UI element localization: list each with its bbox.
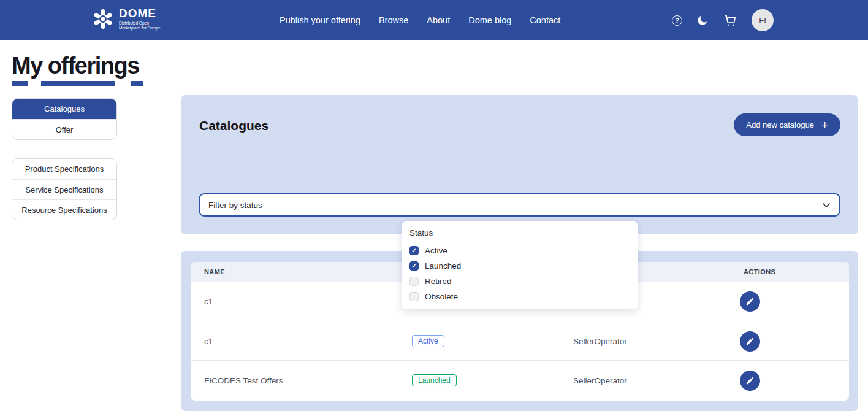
checkbox-active[interactable] — [409, 246, 419, 255]
dark-mode-moon-icon[interactable] — [696, 14, 709, 26]
brand-name: DOME — [119, 7, 161, 19]
catalogue-role: SellerOperator — [573, 321, 627, 361]
filter-status-select[interactable]: Filter by status — [199, 193, 840, 217]
column-header-actions: ACTIONS — [744, 262, 775, 282]
nav-dome-blog[interactable]: Dome blog — [468, 15, 511, 25]
plus-icon: + — [821, 119, 828, 131]
sidebar-item-offer[interactable]: Offer — [12, 119, 116, 139]
dome-logo[interactable]: DOME Distributed Open Marketplace for Eu… — [92, 7, 161, 31]
edit-catalogue-button[interactable] — [740, 291, 760, 312]
table-row: c1 Active SellerOperator — [191, 321, 849, 360]
option-obsolete[interactable]: Obsolete — [409, 289, 630, 304]
dome-star-icon — [92, 8, 114, 30]
checkbox-retired[interactable] — [409, 277, 419, 286]
pencil-icon — [745, 297, 755, 306]
nav-publish-your-offering[interactable]: Publish your offering — [280, 15, 360, 25]
sidebar-item-product-specifications[interactable]: Product Specifications — [12, 159, 116, 179]
checkbox-launched[interactable] — [409, 261, 419, 271]
option-launched[interactable]: Launched — [409, 258, 630, 274]
checkbox-obsolete[interactable] — [409, 292, 419, 301]
sidebar-group-catalogues: Catalogues Offer — [12, 98, 117, 140]
sidebar-item-catalogues[interactable]: Catalogues — [12, 99, 116, 119]
column-header-name: NAME — [204, 262, 225, 282]
edit-catalogue-button[interactable] — [740, 331, 760, 352]
navbar-icons: ? FI — [672, 0, 774, 40]
option-active[interactable]: Active — [409, 243, 630, 258]
top-navbar: DOME Distributed Open Marketplace for Eu… — [0, 0, 868, 40]
sidebar-item-resource-specifications[interactable]: Resource Specifications — [12, 199, 116, 220]
dropdown-title: Status — [409, 228, 630, 237]
option-retired[interactable]: Retired — [409, 274, 630, 289]
user-avatar[interactable]: FI — [752, 9, 774, 31]
select-value: Filter by status — [208, 201, 262, 210]
main-navigation: Publish your offering Browse About Dome … — [280, 0, 560, 40]
add-new-catalogue-button[interactable]: Add new catalogue + — [734, 113, 840, 136]
pencil-icon — [745, 376, 755, 385]
status-filter-dropdown: Status Active Launched Retired Obsolete — [402, 221, 638, 309]
panel-heading: Catalogues — [199, 118, 268, 133]
title-underline-segment — [131, 81, 143, 86]
brand-tagline: Distributed Open Marketplace for Europe — [119, 21, 161, 31]
chevron-down-icon — [822, 199, 831, 210]
sidebar-item-service-specifications[interactable]: Service Specifications — [12, 179, 116, 199]
catalogue-name: c1 — [204, 282, 213, 321]
status-badge-launched: Launched — [412, 374, 457, 386]
nav-browse[interactable]: Browse — [379, 15, 408, 25]
page-title-block: My offerings — [12, 53, 139, 79]
status-badge-active: Active — [412, 335, 444, 347]
catalogues-panel: Catalogues Add new catalogue + Filter by… — [181, 95, 858, 234]
pencil-icon — [745, 337, 755, 346]
catalogue-name: c1 — [204, 321, 213, 361]
nav-about[interactable]: About — [427, 15, 450, 25]
catalogue-name: FICODES Test Offers — [204, 361, 283, 400]
title-underline-segment — [41, 81, 115, 86]
help-icon[interactable]: ? — [672, 15, 682, 26]
nav-contact[interactable]: Contact — [530, 15, 560, 25]
edit-catalogue-button[interactable] — [740, 371, 760, 391]
cart-icon[interactable] — [723, 13, 737, 27]
table-row: FICODES Test Offers Launched SellerOpera… — [191, 360, 849, 399]
catalogue-role: SellerOperator — [573, 361, 627, 400]
sidebar-group-specifications: Product Specifications Service Specifica… — [12, 158, 117, 220]
page-title: My offerings — [12, 53, 139, 79]
title-underline-segment — [12, 81, 28, 86]
